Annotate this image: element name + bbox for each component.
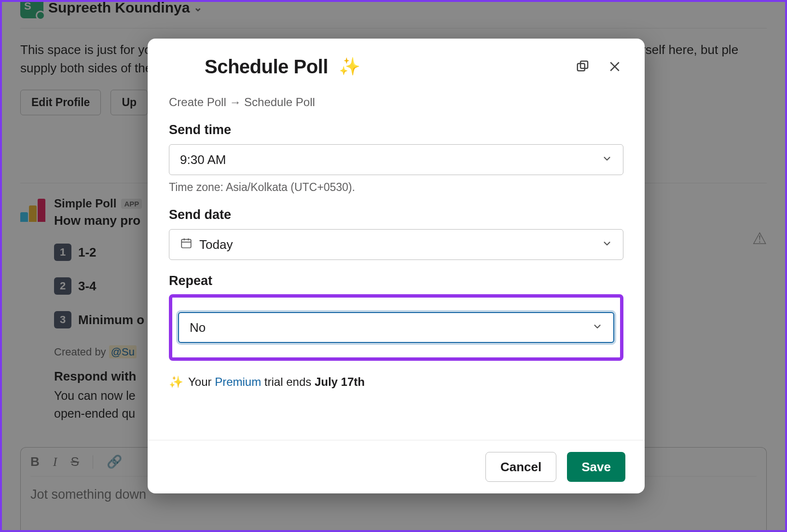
popout-icon[interactable]: [572, 56, 594, 77]
send-date-value: Today: [199, 237, 233, 252]
annotation-highlight: No: [169, 294, 623, 361]
sparkle-icon: ✨: [169, 375, 183, 389]
send-time-select[interactable]: 9:30 AM: [169, 144, 623, 175]
schedule-poll-modal: Schedule Poll ✨ Create Poll → Schedule P…: [148, 39, 645, 493]
modal-title: Schedule Poll: [205, 56, 328, 78]
repeat-value: No: [190, 320, 206, 335]
trial-message: ✨ Your Premium trial ends July 17th: [169, 375, 623, 403]
simple-poll-icon: [167, 53, 194, 80]
calendar-icon: [180, 237, 193, 253]
timezone-hint: Time zone: Asia/Kolkata (UTC+0530).: [169, 181, 623, 194]
close-icon[interactable]: [604, 56, 625, 77]
svg-rect-2: [181, 239, 191, 247]
chevron-down-icon: [592, 320, 603, 335]
send-date-select[interactable]: Today: [169, 229, 623, 260]
chevron-down-icon: [602, 152, 612, 167]
chevron-down-icon: [602, 237, 612, 252]
cancel-button[interactable]: Cancel: [485, 452, 556, 482]
sparkle-icon: ✨: [339, 56, 360, 77]
send-time-label: Send time: [169, 123, 623, 137]
repeat-label: Repeat: [169, 273, 623, 288]
send-time-value: 9:30 AM: [180, 152, 226, 167]
breadcrumb: Create Poll → Schedule Poll: [169, 95, 623, 109]
send-date-label: Send date: [169, 207, 623, 222]
repeat-select[interactable]: No: [178, 312, 614, 343]
premium-link[interactable]: Premium: [215, 375, 261, 388]
save-button[interactable]: Save: [567, 452, 625, 482]
